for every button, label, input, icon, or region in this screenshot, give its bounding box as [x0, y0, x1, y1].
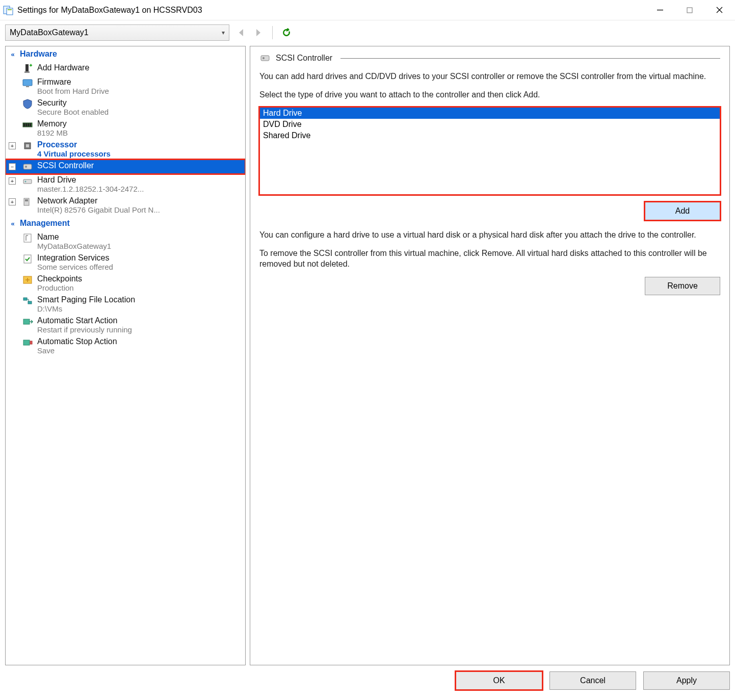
svg-rect-18: [23, 179, 32, 184]
item-sublabel: Intel(R) 82576 Gigabit Dual Port N...: [37, 205, 160, 214]
drive-type-list[interactable]: Hard Drive DVD Drive Shared Drive: [259, 107, 720, 195]
hard-drive-icon: [22, 175, 33, 187]
item-label: Name: [37, 232, 111, 242]
toolbar: MyDataBoxGateway1 ▾: [0, 20, 735, 43]
item-label: Network Adapter: [37, 196, 160, 205]
svg-rect-12: [28, 123, 29, 126]
collapse-icon[interactable]: −: [9, 163, 16, 170]
sidebar-item-auto-start[interactable]: Automatic Start ActionRestart if previou…: [6, 315, 245, 335]
sidebar-item-network-adapter[interactable]: + Network AdapterIntel(R) 82576 Gigabit …: [6, 195, 245, 216]
item-sublabel: Boot from Hard Drive: [37, 87, 109, 95]
item-sublabel: Some services offered: [37, 263, 113, 271]
main-content: « Hardware Add Hardware FirmwareBoot fro…: [0, 43, 735, 670]
scsi-controller-icon: [22, 161, 33, 172]
item-label: Automatic Stop Action: [37, 337, 117, 346]
svg-rect-29: [30, 341, 32, 344]
divider: [340, 58, 720, 59]
drive-option-hard-drive[interactable]: Hard Drive: [260, 108, 720, 119]
maximize-button[interactable]: [675, 1, 704, 20]
settings-tree: « Hardware Add Hardware FirmwareBoot fro…: [6, 46, 245, 356]
sidebar-item-checkpoints[interactable]: CheckpointsProduction: [6, 273, 245, 294]
svg-rect-23: [24, 255, 31, 263]
svg-rect-11: [25, 123, 27, 126]
app-icon: [3, 5, 13, 15]
svg-rect-10: [23, 123, 25, 126]
sidebar-item-auto-stop[interactable]: Automatic Stop ActionSave: [6, 335, 245, 356]
vm-selector-label: MyDataBoxGateway1: [10, 28, 89, 37]
title-bar: Settings for MyDataBoxGateway1 on HCSSRV…: [0, 0, 735, 20]
network-adapter-icon: [22, 196, 33, 208]
nav-forward-button[interactable]: [253, 27, 264, 38]
item-label: Automatic Start Action: [37, 316, 132, 325]
minimize-button[interactable]: [645, 1, 675, 20]
svg-rect-2: [8, 9, 12, 10]
remove-button[interactable]: Remove: [645, 277, 720, 295]
vm-selector[interactable]: MyDataBoxGateway1 ▾: [5, 24, 229, 41]
item-label: Add Hardware: [37, 63, 89, 72]
panel-description-2: Select the type of drive you want to att…: [259, 89, 720, 100]
section-label: Management: [20, 219, 70, 228]
collapse-icon: «: [9, 50, 17, 58]
sidebar-item-smart-paging[interactable]: Smart Paging File LocationD:\VMs: [6, 294, 245, 315]
sidebar-item-firmware[interactable]: FirmwareBoot from Hard Drive: [6, 76, 245, 97]
panel-description-1: You can add hard drives and CD/DVD drive…: [259, 71, 720, 82]
svg-rect-13: [30, 123, 31, 126]
item-sublabel: D:\VMs: [37, 304, 135, 313]
scsi-controller-icon: [259, 53, 271, 64]
window-title: Settings for MyDataBoxGateway1 on HCSSRV…: [17, 6, 645, 15]
expand-icon[interactable]: +: [9, 198, 16, 205]
item-label: Security: [37, 98, 109, 108]
panel-title: SCSI Controller: [276, 54, 332, 63]
sidebar-item-integration-services[interactable]: Integration ServicesSome services offere…: [6, 252, 245, 273]
item-label: Smart Paging File Location: [37, 295, 135, 304]
add-button[interactable]: Add: [645, 202, 720, 220]
svg-rect-5: [25, 64, 29, 71]
sidebar-item-memory[interactable]: Memory8192 MB: [6, 118, 245, 139]
ok-button[interactable]: OK: [456, 671, 542, 690]
drive-option-dvd-drive[interactable]: DVD Drive: [260, 119, 720, 130]
sidebar-item-add-hardware[interactable]: Add Hardware: [6, 62, 245, 76]
refresh-button[interactable]: [281, 27, 292, 38]
cancel-button[interactable]: Cancel: [549, 671, 636, 690]
paging-icon: [22, 295, 33, 306]
svg-point-19: [25, 181, 27, 183]
sidebar-item-processor[interactable]: + Processor4 Virtual processors: [6, 139, 245, 160]
add-hardware-icon: [22, 63, 33, 74]
item-label: Processor: [37, 140, 111, 149]
nav-back-button[interactable]: [235, 27, 247, 38]
dialog-footer: OK Cancel Apply: [456, 666, 730, 695]
integration-icon: [22, 253, 33, 265]
expand-icon[interactable]: +: [9, 177, 16, 185]
item-label: Firmware: [37, 77, 109, 87]
section-label: Hardware: [20, 49, 57, 59]
monitor-icon: [22, 77, 33, 89]
item-sublabel: Secure Boot enabled: [37, 108, 109, 116]
svg-rect-7: [23, 80, 32, 86]
sidebar-item-name[interactable]: NameMyDataBoxGateway1: [6, 231, 245, 252]
sidebar-item-security[interactable]: SecuritySecure Boot enabled: [6, 97, 245, 118]
svg-rect-16: [23, 164, 32, 169]
apply-button[interactable]: Apply: [643, 671, 730, 690]
svg-rect-15: [26, 144, 29, 147]
svg-rect-30: [261, 56, 269, 61]
close-button[interactable]: [704, 1, 734, 20]
sidebar-item-hard-drive[interactable]: + Hard Drivemaster.1.2.18252.1-304-2472.…: [6, 174, 245, 195]
sidebar-item-scsi-controller[interactable]: − SCSI Controller: [6, 160, 245, 174]
svg-rect-28: [23, 340, 30, 345]
item-label: Integration Services: [37, 253, 113, 263]
svg-rect-4: [687, 8, 692, 13]
panel-description-4: To remove the SCSI controller from this …: [259, 248, 720, 270]
svg-rect-27: [23, 319, 30, 324]
shield-icon: [22, 98, 33, 110]
management-section-header[interactable]: « Management: [6, 216, 245, 231]
detail-panel: SCSI Controller You can add hard drives …: [250, 46, 730, 665]
item-label: Hard Drive: [37, 175, 144, 185]
drive-option-shared-drive[interactable]: Shared Drive: [260, 130, 720, 141]
expand-icon[interactable]: +: [9, 142, 16, 149]
svg-rect-8: [26, 86, 29, 87]
hardware-section-header[interactable]: « Hardware: [6, 46, 245, 62]
panel-description-3: You can configure a hard drive to use a …: [259, 229, 720, 241]
svg-rect-3: [657, 10, 663, 10]
item-sublabel: Production: [37, 283, 82, 292]
item-label: SCSI Controller: [37, 161, 94, 170]
